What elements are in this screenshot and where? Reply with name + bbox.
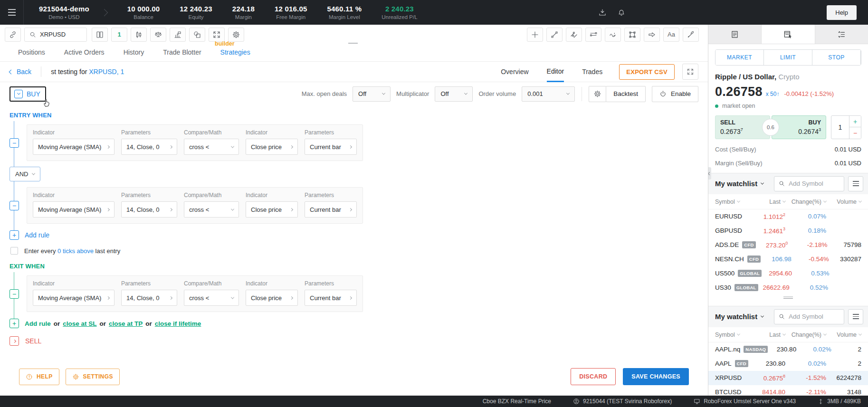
watchlist-row[interactable]: US500GLOBAL 2954.60 0.53%	[708, 266, 868, 281]
watchlist-row[interactable]: AAPL.nqNASDAQ 230.80 0.02% 2	[708, 342, 868, 357]
watchlist-row[interactable]: GBPUSD 1.24613 0.18%	[708, 224, 868, 238]
column-last[interactable]: Last	[752, 199, 785, 205]
settings-strategy-button[interactable]: SETTINGS	[66, 369, 120, 385]
text-tool-button[interactable]: Aa	[663, 28, 679, 42]
order-type-button[interactable]: LIMIT	[764, 50, 812, 65]
workspace-tab[interactable]: Active Orders	[64, 48, 105, 61]
workspace-tab[interactable]: Strategies	[220, 48, 250, 61]
quantity-increase-button[interactable]: +	[849, 116, 861, 127]
timeframe-button[interactable]: 1	[111, 28, 127, 42]
remove-rule-button[interactable]: −	[10, 289, 19, 299]
tab-positions-panel[interactable]	[708, 25, 762, 44]
workspace-tab[interactable]: Positions	[18, 48, 45, 61]
indicator-select[interactable]: Close price	[246, 290, 298, 306]
watchlist-menu-button[interactable]	[848, 176, 863, 191]
enable-button[interactable]: Enable	[652, 86, 698, 102]
add-rule-label[interactable]: Add rule	[25, 231, 49, 239]
close-if-lifetime-link[interactable]: close if lifetime	[155, 320, 201, 327]
max-open-deals-select[interactable]: Off	[353, 86, 391, 102]
parameters-select[interactable]: 14, Close, 0	[121, 139, 177, 155]
expand-strategy-button[interactable]	[682, 64, 698, 80]
watchlist-row[interactable]: AAPLCFD 230.80 0.02% 2	[708, 357, 868, 371]
workspace-tab[interactable]: Trade Blotter	[163, 48, 201, 61]
layout-button[interactable]	[92, 28, 108, 42]
indicator-select[interactable]: Moving Average (SMA)	[33, 290, 114, 306]
column-change[interactable]: Change(%)	[785, 331, 826, 338]
symbol-search[interactable]	[24, 28, 87, 42]
brush-tool-button[interactable]	[683, 28, 699, 42]
parameters-select[interactable]: 14, Close, 0	[121, 290, 177, 306]
chart-settings-button[interactable]	[228, 28, 244, 42]
chart-type-button[interactable]	[131, 28, 147, 42]
help-strategy-button[interactable]: HELP	[19, 369, 59, 385]
parameters-select[interactable]: Current bar	[305, 139, 357, 155]
watchlist-row[interactable]: US30GLOBAL 26622.69 0.52%	[708, 281, 868, 295]
backtest-button[interactable]: Backtest	[606, 86, 646, 102]
column-volume[interactable]: Volume	[826, 199, 861, 205]
wave-tool-button[interactable]	[605, 28, 621, 42]
order-volume-select[interactable]: 0.001	[522, 86, 575, 102]
add-symbol-input[interactable]	[789, 180, 837, 187]
download-button[interactable]	[598, 8, 607, 17]
strategy-view-tab[interactable]: Editor	[547, 62, 564, 82]
strategy-view-tab[interactable]: Trades	[582, 62, 602, 82]
indicator-select[interactable]: Close price	[246, 139, 298, 155]
remove-rule-button[interactable]: −	[10, 201, 19, 210]
enter-every-checkbox[interactable]	[10, 247, 18, 255]
column-change[interactable]: Change(%)	[785, 199, 826, 205]
watchlist-row[interactable]: EURUSD 1.10122 0.07%	[708, 209, 868, 224]
column-symbol[interactable]: Symbol	[715, 199, 752, 205]
and-operator-select[interactable]: AND	[10, 167, 40, 181]
indicator-select[interactable]: Close price	[246, 201, 298, 218]
multiplicator-select[interactable]: Off	[435, 86, 473, 102]
close-at-sl-link[interactable]: close at SL	[63, 320, 96, 327]
compare-select[interactable]: cross <	[184, 201, 239, 218]
add-rule-label[interactable]: Add rule	[25, 320, 51, 327]
tab-watchlist-sort[interactable]	[815, 25, 868, 44]
arrow-tool-button[interactable]	[644, 28, 660, 42]
symbol-search-input[interactable]	[40, 31, 80, 38]
indicator-select[interactable]: Moving Average (SMA)	[33, 201, 114, 218]
tab-order-form[interactable]	[762, 25, 815, 44]
watchlist-resize-handle[interactable]	[708, 295, 868, 300]
parameters-select[interactable]: Current bar	[305, 201, 357, 218]
add-symbol-search[interactable]	[774, 176, 844, 191]
strategy-settings-button[interactable]	[589, 86, 606, 102]
watchlist-row[interactable]: ADS.DECFD 273.200 -2.18% 75798	[708, 238, 868, 252]
column-last[interactable]: Last	[752, 331, 785, 338]
discard-button[interactable]: DISCARD	[571, 368, 616, 385]
crosshair-tool-button[interactable]	[527, 28, 543, 42]
trendline-tool-button[interactable]	[546, 28, 563, 42]
quantity-value[interactable]: 1	[831, 116, 849, 139]
indicator-select[interactable]: Moving Average (SMA)	[33, 139, 114, 155]
ticks-above-link[interactable]: 0 ticks above	[57, 247, 94, 255]
export-csv-button[interactable]: EXPORT CSV	[619, 64, 675, 80]
buy-section-toggle[interactable]: BUY	[10, 86, 46, 102]
watchlist-selector[interactable]: My watchlist	[715, 312, 763, 321]
strategy-view-tab[interactable]: Overview	[501, 62, 528, 82]
back-button[interactable]: Back	[10, 68, 31, 76]
parameters-select[interactable]: 14, Close, 0	[121, 201, 177, 218]
buy-button[interactable]: BUY 0.26743	[772, 115, 827, 139]
column-volume[interactable]: Volume	[826, 331, 861, 338]
sell-section-toggle[interactable]: SELL	[10, 336, 698, 346]
watchlist-row[interactable]: NESN.CHCFD 106.98 -0.54% 330287	[708, 252, 868, 266]
link-charts-button[interactable]	[5, 28, 21, 42]
indicators-button[interactable]	[170, 28, 186, 42]
order-type-button[interactable]: MARKET	[715, 50, 764, 65]
panel-collapse-handle[interactable]	[708, 167, 711, 180]
account-info[interactable]: 9215044-demo Demo • USD	[39, 5, 89, 20]
compare-select[interactable]: cross <	[184, 139, 239, 155]
quantity-decrease-button[interactable]: −	[849, 127, 861, 138]
column-symbol[interactable]: Symbol	[715, 331, 752, 338]
save-changes-button[interactable]: SAVE CHANGES	[623, 368, 689, 385]
compare-select[interactable]: cross <	[184, 290, 239, 306]
add-symbol-input[interactable]	[789, 313, 837, 320]
rectangle-tool-button[interactable]	[624, 28, 640, 42]
main-menu-button[interactable]	[0, 0, 24, 25]
channel-tool-button[interactable]	[566, 28, 582, 42]
add-symbol-search[interactable]	[774, 309, 844, 324]
parameters-select[interactable]: Current bar	[305, 290, 357, 306]
order-type-button[interactable]: STOP	[812, 50, 861, 65]
help-button[interactable]: Help	[827, 5, 857, 20]
